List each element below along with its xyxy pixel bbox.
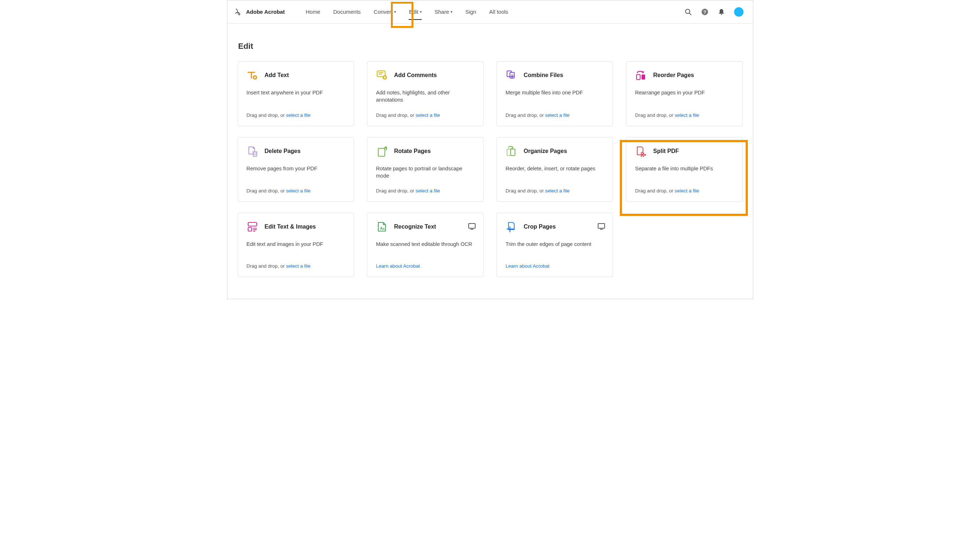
- card-title: Delete Pages: [265, 148, 301, 155]
- select-file-link[interactable]: select a file: [545, 112, 570, 118]
- card-foot: Learn about Acrobat: [505, 263, 604, 269]
- svg-rect-25: [248, 222, 257, 226]
- card-desc: Trim the outer edges of page content: [505, 241, 604, 248]
- delete-pages-icon: [247, 145, 258, 157]
- top-header: Adobe Acrobat Home Documents Convert▾ Ed…: [228, 0, 753, 23]
- nav-home[interactable]: Home: [299, 0, 327, 23]
- empty-cell: [626, 213, 743, 277]
- card-foot: Drag and drop, or select a file: [635, 112, 733, 118]
- crop-pages-icon: [505, 221, 517, 233]
- svg-rect-26: [248, 228, 252, 231]
- main-nav: Home Documents Convert▾ Edit▾ Share▾ Sig…: [299, 0, 515, 23]
- nav-convert[interactable]: Convert▾: [367, 0, 403, 23]
- card-foot: Drag and drop, or select a file: [635, 188, 733, 194]
- card-title: Rotate Pages: [394, 148, 431, 155]
- select-file-link[interactable]: select a file: [286, 188, 310, 194]
- svg-rect-32: [469, 223, 475, 228]
- card-foot: Drag and drop, or select a file: [247, 188, 345, 194]
- acrobat-logo-icon: [235, 8, 243, 16]
- svg-rect-13: [642, 75, 645, 80]
- page-title: Edit: [238, 42, 743, 51]
- desktop-icon: [597, 222, 605, 230]
- svg-text:A: A: [383, 227, 385, 230]
- nav-edit[interactable]: Edit▾: [403, 0, 428, 23]
- card-title: Organize Pages: [523, 148, 567, 155]
- card-title: Recognize Text: [394, 223, 436, 230]
- card-desc: Separate a file into multiple PDFs: [635, 165, 733, 172]
- learn-link[interactable]: Learn about Acrobat: [505, 263, 550, 269]
- nav-all-tools[interactable]: All tools: [483, 0, 515, 23]
- bell-icon[interactable]: [717, 8, 725, 16]
- help-icon[interactable]: ?: [701, 8, 709, 16]
- chevron-down-icon: ▾: [450, 10, 452, 14]
- svg-text:?: ?: [703, 10, 706, 15]
- card-combine-files[interactable]: Combine Files Merge multiple files into …: [497, 61, 613, 126]
- svg-point-0: [685, 9, 690, 13]
- brand: Adobe Acrobat: [235, 8, 285, 16]
- svg-rect-20: [510, 149, 515, 156]
- card-reorder-pages[interactable]: Reorder Pages Rearrange pages in your PD…: [626, 61, 743, 126]
- card-foot: Drag and drop, or select a file: [505, 112, 604, 118]
- nav-share[interactable]: Share▾: [428, 0, 459, 23]
- card-desc: Reorder, delete, insert, or rotate pages: [505, 165, 604, 172]
- card-desc: Merge multiple files into one PDF: [505, 89, 604, 96]
- combine-files-icon: [505, 70, 517, 81]
- recognize-text-icon: AA: [376, 221, 388, 233]
- card-title: Add Comments: [394, 72, 437, 78]
- card-desc: Remove pages from your PDF: [247, 165, 345, 172]
- card-title: Combine Files: [523, 72, 563, 78]
- card-foot: Drag and drop, or select a file: [505, 188, 604, 194]
- card-grid: Add Text Insert text anywhere in your PD…: [237, 61, 743, 277]
- organize-pages-icon: [505, 145, 517, 157]
- svg-line-1: [689, 13, 691, 15]
- header-actions: ?: [684, 7, 743, 16]
- svg-rect-18: [378, 148, 385, 156]
- card-add-text[interactable]: Add Text Insert text anywhere in your PD…: [237, 61, 354, 126]
- add-comments-icon: [376, 70, 388, 81]
- card-crop-pages[interactable]: Crop Pages Trim the outer edges of page …: [497, 213, 613, 277]
- svg-rect-14: [253, 152, 257, 156]
- card-desc: Make scanned text editable through OCR: [376, 241, 475, 248]
- search-icon[interactable]: [684, 8, 692, 16]
- card-title: Reorder Pages: [653, 72, 694, 78]
- card-organize-pages[interactable]: Organize Pages Reorder, delete, insert, …: [497, 137, 613, 202]
- card-foot: Learn about Acrobat: [376, 263, 475, 269]
- select-file-link[interactable]: select a file: [545, 188, 570, 194]
- brand-name: Adobe Acrobat: [246, 9, 285, 15]
- edit-text-images-icon: [247, 221, 258, 233]
- card-foot: Drag and drop, or select a file: [376, 188, 475, 194]
- card-foot: Drag and drop, or select a file: [247, 112, 345, 118]
- select-file-link[interactable]: select a file: [286, 112, 310, 118]
- select-file-link[interactable]: select a file: [675, 112, 699, 118]
- select-file-link[interactable]: select a file: [675, 188, 699, 194]
- select-file-link[interactable]: select a file: [416, 112, 440, 118]
- svg-rect-34: [598, 223, 605, 228]
- chevron-down-icon: ▾: [394, 10, 396, 14]
- card-desc: Add notes, highlights, and other annotat…: [376, 89, 475, 104]
- chevron-down-icon: ▾: [420, 10, 422, 14]
- card-rotate-pages[interactable]: Rotate Pages Rotate pages to portrait or…: [367, 137, 483, 202]
- card-foot: Drag and drop, or select a file: [247, 263, 345, 269]
- svg-point-4: [721, 14, 722, 15]
- add-text-icon: [247, 70, 258, 81]
- svg-rect-12: [637, 75, 640, 80]
- nav-documents[interactable]: Documents: [327, 0, 367, 23]
- split-pdf-icon: [635, 145, 647, 157]
- card-split-pdf[interactable]: Split PDF Separate a file into multiple …: [626, 137, 743, 202]
- card-edit-text-images[interactable]: Edit Text & Images Edit text and images …: [237, 213, 354, 277]
- card-desc: Rearrange pages in your PDF: [635, 89, 733, 96]
- card-title: Edit Text & Images: [265, 223, 316, 230]
- rotate-pages-icon: [376, 145, 388, 157]
- learn-link[interactable]: Learn about Acrobat: [376, 263, 420, 269]
- card-title: Crop Pages: [523, 223, 556, 230]
- card-desc: Edit text and images in your PDF: [247, 241, 345, 248]
- nav-sign[interactable]: Sign: [459, 0, 483, 23]
- reorder-pages-icon: [635, 70, 647, 81]
- card-delete-pages[interactable]: Delete Pages Remove pages from your PDF …: [237, 137, 354, 202]
- card-add-comments[interactable]: Add Comments Add notes, highlights, and …: [367, 61, 483, 126]
- select-file-link[interactable]: select a file: [416, 188, 440, 194]
- avatar[interactable]: [734, 7, 743, 16]
- card-recognize-text[interactable]: AA Recognize Text Make scanned text edit…: [367, 213, 483, 277]
- card-foot: Drag and drop, or select a file: [376, 112, 475, 118]
- select-file-link[interactable]: select a file: [286, 263, 310, 269]
